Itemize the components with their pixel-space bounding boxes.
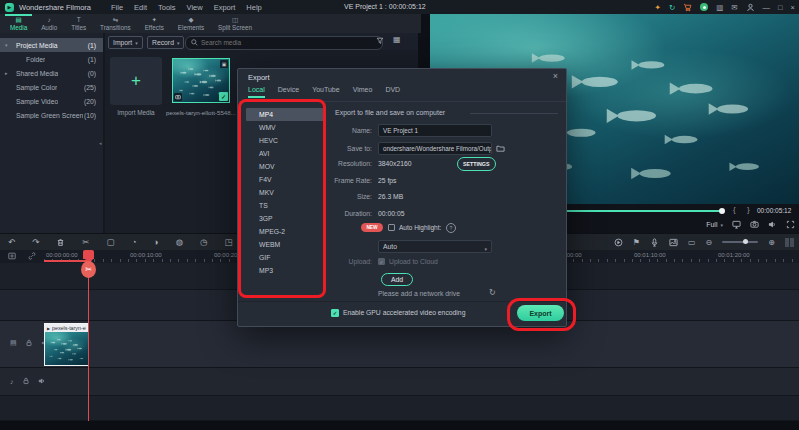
green-screen-icon[interactable]: ◍ [176,237,183,247]
gpu-encoding-checkbox[interactable]: ✓ [331,309,339,317]
duration-icon[interactable]: ◷ [200,237,207,247]
menu-edit[interactable]: Edit [134,3,147,12]
add-to-timeline-icon[interactable]: ▣ [220,60,228,68]
export-button-dialog[interactable]: Export [517,305,564,321]
screen-capture-icon[interactable] [8,252,16,260]
help-icon[interactable]: ? [446,223,456,233]
dialog-tab-local[interactable]: Local [248,86,265,98]
sync-icon[interactable]: ↻ [669,3,675,12]
menu-view[interactable]: View [187,3,203,12]
format-item-webm[interactable]: WEBM [246,238,325,251]
menu-file[interactable]: File [111,3,123,12]
search-box[interactable] [185,36,383,50]
speed-icon[interactable]: ◔ [131,237,136,247]
sidebar-item-shared-media[interactable]: ▸Shared Media(0) [0,66,103,80]
progress-knob[interactable] [719,208,725,214]
grid-view-icon[interactable]: ▦ [393,35,401,44]
snapshot-image-icon[interactable] [669,238,678,247]
tab-media[interactable]: ▤Media [3,14,34,33]
cart-icon[interactable] [683,3,692,12]
trash-icon[interactable] [56,238,65,247]
mark-in-icon[interactable]: { [733,205,736,214]
filter-icon[interactable] [376,37,384,45]
refresh-icon[interactable]: ↻ [489,288,496,297]
mute-speaker-icon[interactable] [38,377,46,385]
format-item-mp4[interactable]: MP4 [246,108,325,121]
message-icon[interactable]: ✉ [731,3,737,12]
undo-icon[interactable]: ↶ [8,237,15,247]
link-icon[interactable] [28,252,36,260]
sidebar-collapse-icon[interactable]: ◂ [99,140,102,146]
timeline-lane[interactable] [0,396,799,421]
account-icon[interactable] [746,3,755,12]
zoom-slider-knob[interactable] [743,239,748,244]
maximize-button[interactable]: □ [778,3,783,12]
lock-icon[interactable] [25,339,33,347]
lock-icon[interactable] [22,377,30,385]
tab-elements[interactable]: ◆Elements [171,14,211,33]
redo-icon[interactable]: ↷ [32,237,39,247]
format-item-mpeg2[interactable]: MPEG-2 [246,225,325,238]
voiceover-mic-icon[interactable] [650,238,659,247]
menu-tools[interactable]: Tools [158,3,176,12]
fit-timeline-icon[interactable] [785,238,794,247]
display-device-icon[interactable] [732,220,741,229]
dialog-tab-vimeo[interactable]: Vimeo [353,86,373,98]
format-item-mp3[interactable]: MP3 [246,264,325,277]
minimize-button[interactable]: — [763,3,771,12]
zoom-level-dropdown[interactable]: Full [706,221,717,228]
crop-icon[interactable]: ▢ [106,237,114,247]
fullscreen-icon[interactable] [786,220,795,229]
auto-highlight-checkbox[interactable] [388,224,395,231]
dialog-tab-dvd[interactable]: DVD [385,86,400,98]
snapshot-camera-icon[interactable] [750,220,759,229]
dialog-tab-youtube[interactable]: YouTube [312,86,340,98]
tab-audio[interactable]: ♪Audio [34,14,64,33]
zoom-in-icon[interactable]: ⊕ [768,238,775,247]
battery-icon[interactable]: ▭ [688,238,696,247]
timeline-clip[interactable]: ▶ pexels-taryn-ell... [44,323,89,366]
marker-flag-icon[interactable]: ⚑ [633,238,640,247]
preview-render-icon[interactable]: ◳ [225,237,233,247]
status-mic-icon[interactable] [700,3,708,11]
record-dropdown[interactable]: Record▾ [147,36,184,49]
import-dropdown[interactable]: Import▾ [108,36,143,49]
promo-icon[interactable]: ✦ [655,3,661,12]
video-track-lane[interactable] [0,321,799,368]
tab-titles[interactable]: TTitles [64,14,93,33]
sidebar-item-sample-color[interactable]: Sample Color(25) [0,80,103,94]
import-media-tile[interactable]: + [110,57,162,105]
audio-track-lane[interactable] [0,368,799,396]
dialog-close-icon[interactable]: × [553,71,558,81]
search-input[interactable] [201,39,377,46]
name-field[interactable]: VE Project 1 [378,124,492,137]
playhead-handle[interactable] [83,250,94,259]
split-icon[interactable]: ✂ [82,237,89,247]
sidebar-item-project-media[interactable]: ▾Project Media(1) [0,38,103,52]
color-correction-icon[interactable]: ◑ [154,237,159,247]
close-button[interactable]: × [791,3,795,12]
sidebar-item-sample-video[interactable]: Sample Video(20) [0,94,103,108]
timeline-zoom-slider[interactable] [722,241,758,243]
settings-button[interactable]: SETTINGS [457,157,496,171]
save-to-field[interactable]: ondershare/Wondershare Filmora/Output [378,142,492,155]
mark-out-icon[interactable]: } [747,205,750,214]
menu-help[interactable]: Help [246,3,261,12]
add-network-drive-button[interactable]: Add [381,273,413,286]
auto-highlight-dropdown[interactable]: Auto▾ [378,240,492,253]
tab-effects[interactable]: ✦Effects [138,14,171,33]
tab-split-screen[interactable]: ◫Split Screen [211,14,259,33]
folder-icon[interactable] [496,144,505,153]
tab-transitions[interactable]: ⇆Transitions [93,14,138,33]
render-preview-icon[interactable] [614,238,623,247]
chevron-down-icon[interactable]: ▾ [720,222,723,228]
speaker-icon[interactable] [768,220,777,229]
clip-camera-icon[interactable] [174,93,182,101]
sidebar-item-sample-green-screen[interactable]: Sample Green Screen(10) [0,108,103,122]
dialog-tab-device[interactable]: Device [278,86,299,98]
selected-check-icon[interactable]: ✓ [219,92,228,101]
playhead-split-scissors-icon[interactable]: ✂ [81,261,96,278]
menu-export[interactable]: Export [214,3,236,12]
zoom-out-icon[interactable]: ⊖ [706,238,713,247]
layout-icon[interactable]: ▥ [716,3,723,12]
